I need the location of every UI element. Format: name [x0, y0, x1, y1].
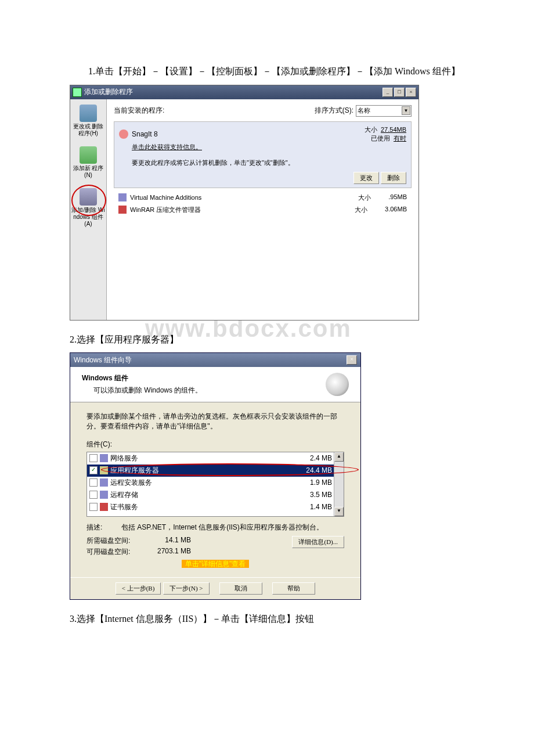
- item-name: 远程安装服务: [110, 478, 152, 488]
- cancel-button[interactable]: 取消: [219, 582, 262, 595]
- components-listbox[interactable]: 网络服务 2.4 MB ✓应用程序服务器 24.4 MB 远程安装服务 1.9 …: [86, 452, 344, 517]
- description-label: 描述:: [86, 523, 121, 532]
- checkbox[interactable]: ✓: [89, 466, 98, 474]
- scroll-up-button[interactable]: ▲: [334, 452, 344, 462]
- checkbox[interactable]: [89, 491, 98, 499]
- item-size: 3.5 MB: [310, 491, 332, 499]
- components-label: 组件(C):: [86, 440, 344, 449]
- snagit-icon: [119, 129, 128, 139]
- list-item[interactable]: 远程存储 3.5 MB: [87, 489, 344, 501]
- next-button[interactable]: 下一步(N) >: [163, 582, 209, 595]
- size-label: 大小: [358, 193, 371, 202]
- sidebar-change-remove[interactable]: 更改或 删除 程序(H): [70, 102, 106, 139]
- program-name: WinRAR 压缩文件管理器: [130, 206, 201, 214]
- vm-icon: [118, 193, 127, 201]
- size-value: 27.54MB: [381, 126, 406, 133]
- back-button[interactable]: < 上一步(B): [116, 582, 161, 595]
- size-label: 大小: [355, 206, 367, 214]
- program-name: Virtual Machine Additions: [130, 194, 201, 201]
- checkbox[interactable]: [89, 454, 98, 462]
- plus-icon: [80, 146, 97, 164]
- box-icon: [80, 105, 97, 122]
- list-item[interactable]: 网络服务 2.4 MB: [87, 452, 344, 465]
- close-button[interactable]: ×: [406, 88, 416, 97]
- minimize-button[interactable]: _: [383, 88, 393, 97]
- current-programs-label: 当前安装的程序:: [114, 106, 164, 116]
- step-1-text: 1.单击【开始】－【设置】－【控制面板】－【添加或删除程序】－【添加 Windo…: [70, 64, 464, 79]
- description-text: 包括 ASP.NET，Internet 信息服务(IIS)和应用程序服务器控制台…: [121, 523, 344, 532]
- appserver-icon: [100, 466, 108, 474]
- checkbox[interactable]: [89, 503, 98, 511]
- windows-components-wizard: Windows 组件向导 × Windows 组件 可以添加或删除 Window…: [70, 352, 361, 600]
- item-name: 网络服务: [110, 453, 138, 463]
- item-size: 24.4 MB: [306, 466, 332, 474]
- step-2-text: 2.选择【应用程序服务器】: [70, 332, 464, 347]
- add-remove-programs-window: 添加或删除程序 _ □ × 更改或 删除 程序(H) 添加新 程序(N): [70, 85, 419, 321]
- remote-install-icon: [100, 478, 108, 487]
- window-title: Windows 组件向导: [74, 355, 132, 365]
- cd-icon: [326, 373, 349, 396]
- program-snagit[interactable]: SnagIt 8 大小 27.54MB 已使用 有时 单击此处获得支持信息。 要…: [114, 121, 412, 188]
- required-space-label: 所需磁盘空间:: [86, 536, 139, 546]
- wizard-header: Windows 组件 可以添加或删除 Windows 的组件。: [70, 367, 360, 402]
- list-item[interactable]: 远程安装服务 1.9 MB: [87, 477, 344, 489]
- item-name: 远程存储: [110, 490, 138, 500]
- wizard-hint: 要添加或删除某个组件，请单击旁边的复选框。灰色框表示只会安装该组件的一部分。要查…: [86, 412, 344, 431]
- change-button[interactable]: 更改: [353, 172, 379, 184]
- app-icon: [73, 88, 82, 97]
- item-name: 应用程序服务器: [110, 466, 159, 476]
- step-3-text: 3.选择【Internet 信息服务（IIS）】－单击【详细信息】按钮: [70, 611, 464, 627]
- sidebar-windows-components[interactable]: 添加/删除 Windows 组件(A): [70, 186, 106, 230]
- required-space-value: 14.1 MB: [139, 536, 191, 546]
- available-space-label: 可用磁盘空间:: [86, 547, 139, 557]
- header-subtitle: 可以添加或删除 Windows 的组件。: [93, 386, 202, 395]
- red-highlight-circle: [71, 185, 106, 216]
- item-size: 1.4 MB: [310, 503, 332, 511]
- close-button[interactable]: ×: [347, 355, 357, 365]
- header-title: Windows 组件: [82, 373, 202, 383]
- titlebar: Windows 组件向导 ×: [70, 353, 360, 367]
- change-remove-hint: 要更改此程序或将它从计算机删除，单击"更改"或"删除"。: [132, 159, 406, 167]
- remote-storage-icon: [100, 491, 108, 499]
- program-winrar[interactable]: WinRAR 压缩文件管理器 大小3.06MB: [114, 204, 412, 216]
- program-name: SnagIt 8: [132, 130, 158, 138]
- available-space-value: 2703.1 MB: [139, 547, 191, 557]
- details-button[interactable]: 详细信息(D)...: [292, 536, 344, 548]
- scroll-down-button[interactable]: ▼: [334, 507, 344, 516]
- item-size: 2.4 MB: [310, 454, 332, 462]
- winrar-icon: [118, 206, 127, 214]
- item-size: 1.9 MB: [310, 478, 332, 487]
- size-value: .95MB: [388, 193, 407, 202]
- list-item[interactable]: 证书服务 1.4 MB: [87, 501, 344, 513]
- cert-icon: [100, 503, 108, 511]
- sort-label: 排序方式(S):: [315, 106, 353, 116]
- help-button[interactable]: 帮助: [272, 582, 315, 595]
- support-link[interactable]: 单击此处获得支持信息。: [132, 143, 406, 152]
- sort-select[interactable]: [356, 105, 412, 117]
- wizard-buttons: < 上一步(B)下一步(N) > 取消 帮助: [70, 577, 360, 599]
- item-name: 证书服务: [110, 502, 138, 512]
- sidebar: 更改或 删除 程序(H) 添加新 程序(N) 添加/删除 Windows 组件(…: [70, 99, 107, 320]
- list-item-selected[interactable]: ✓应用程序服务器 24.4 MB: [87, 465, 344, 477]
- size-value: 3.06MB: [385, 206, 407, 214]
- size-label: 大小: [365, 126, 377, 133]
- window-title: 添加或删除程序: [84, 87, 133, 97]
- remove-button[interactable]: 删除: [381, 172, 406, 184]
- checkbox[interactable]: [89, 478, 98, 487]
- sidebar-add-new[interactable]: 添加新 程序(N): [70, 144, 106, 181]
- program-vm-additions[interactable]: Virtual Machine Additions 大小.95MB: [114, 192, 412, 204]
- scrollbar[interactable]: ▲ ▼: [334, 452, 344, 516]
- network-icon: [100, 454, 108, 462]
- used-value: 有时: [394, 135, 406, 142]
- annotation-text: 单击"详细信息"查看: [86, 559, 344, 569]
- titlebar: 添加或删除程序 _ □ ×: [70, 85, 418, 99]
- used-label: 已使用: [371, 135, 390, 142]
- program-list-area: 当前安装的程序: 排序方式(S): SnagIt 8: [107, 99, 418, 320]
- maximize-button[interactable]: □: [394, 88, 405, 97]
